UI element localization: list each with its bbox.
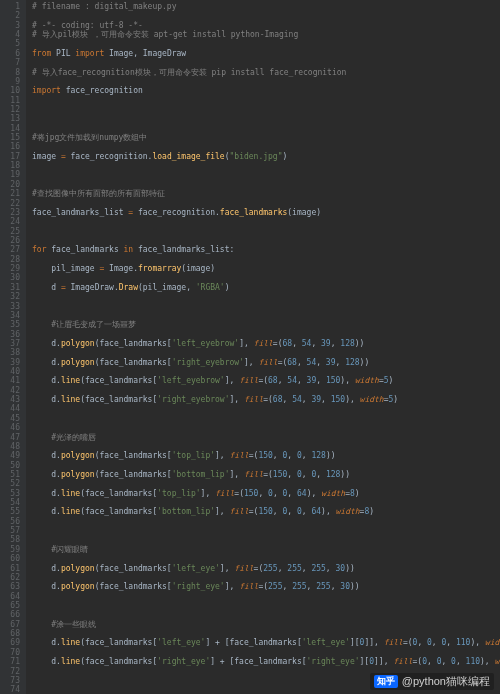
code-line[interactable] [32,180,500,189]
line-number: 24 [2,217,20,226]
code-line[interactable] [32,302,500,311]
code-line[interactable] [32,629,500,638]
code-token: (image) [181,264,215,273]
line-number: 2 [2,11,20,20]
code-line[interactable]: d.polygon(face_landmarks['right_eye'], f… [32,582,500,591]
code-line[interactable]: #涂一些眼线 [32,620,500,629]
code-token: , [292,339,302,348]
code-line[interactable]: d.polygon(face_landmarks['top_lip'], fil… [32,451,500,460]
code-line[interactable]: from PIL import Image, ImageDraw [32,49,500,58]
code-token: , [297,376,307,385]
code-line[interactable] [32,114,500,123]
code-line[interactable] [32,414,500,423]
code-line[interactable]: #让眉毛变成了一场噩梦 [32,320,500,329]
code-token: 110 [466,657,480,666]
code-line[interactable] [32,535,500,544]
code-line[interactable] [32,573,500,582]
code-line[interactable] [32,517,500,526]
code-line[interactable]: d = ImageDraw.Draw(pil_image, 'RGBA') [32,283,500,292]
code-line[interactable] [32,96,500,105]
code-line[interactable]: d.line(face_landmarks['bottom_lip'], fil… [32,507,500,516]
code-line[interactable] [32,161,500,170]
code-line[interactable] [32,311,500,320]
code-line[interactable]: #查找图像中所有面部的所有面部特征 [32,189,500,198]
code-line[interactable] [32,124,500,133]
code-line[interactable] [32,227,500,236]
code-token: line [61,657,80,666]
code-line[interactable]: import face_recognition [32,86,500,95]
code-line[interactable]: d.line(face_landmarks['left_eyebrow'], f… [32,376,500,385]
code-line[interactable] [32,592,500,601]
code-line[interactable] [32,217,500,226]
code-token: )) [350,582,360,591]
code-area[interactable]: # filename : digital_makeup.py # -*- cod… [26,0,500,694]
code-token: line [61,395,80,404]
code-token: in [124,245,138,254]
code-line[interactable] [32,554,500,563]
line-number: 25 [2,227,20,236]
code-line[interactable] [32,648,500,657]
code-line[interactable]: #将jpg文件加载到numpy数组中 [32,133,500,142]
code-line[interactable]: # 导入pil模块 ，可用命令安装 apt-get install python… [32,30,500,39]
code-line[interactable] [32,39,500,48]
code-line[interactable]: # filename : digital_makeup.py [32,2,500,11]
code-line[interactable]: d.polygon(face_landmarks['left_eyebrow']… [32,339,500,348]
code-line[interactable] [32,170,500,179]
code-line[interactable] [32,292,500,301]
code-line[interactable]: d.line(face_landmarks['right_eyebrow'], … [32,395,500,404]
code-line[interactable] [32,77,500,86]
code-line[interactable] [32,255,500,264]
code-line[interactable]: for face_landmarks in face_landmarks_lis… [32,245,500,254]
code-line[interactable]: d.line(face_landmarks['right_eye'] + [fa… [32,657,500,666]
code-line[interactable] [32,498,500,507]
code-line[interactable]: d.polygon(face_landmarks['left_eye'], fi… [32,564,500,573]
code-line[interactable]: d.line(face_landmarks['left_eye'] + [fac… [32,638,500,647]
code-line[interactable]: # -*- coding: utf-8 -*- [32,21,500,30]
code-token: 255 [292,582,306,591]
code-line[interactable]: d.line(face_landmarks['top_lip'], fill=(… [32,489,500,498]
code-line[interactable] [32,461,500,470]
code-token: 54 [302,339,312,348]
code-line[interactable] [32,610,500,619]
code-line[interactable]: #光泽的嘴唇 [32,433,500,442]
code-line[interactable]: d.polygon(face_landmarks['right_eyebrow'… [32,358,500,367]
code-line[interactable] [32,404,500,413]
code-line[interactable]: pil_image = Image.fromarray(image) [32,264,500,273]
code-line[interactable] [32,199,500,208]
code-line[interactable] [32,105,500,114]
code-line[interactable] [32,423,500,432]
code-line[interactable] [32,386,500,395]
code-line[interactable]: face_landmarks_list = face_recognition.f… [32,208,500,217]
code-line[interactable] [32,273,500,282]
code-token: , [316,470,326,479]
line-number: 52 [2,479,20,488]
line-number: 27 [2,245,20,254]
code-line[interactable] [32,601,500,610]
line-number: 11 [2,96,20,105]
code-token: , [302,395,312,404]
code-line[interactable] [32,236,500,245]
code-line[interactable]: image = face_recognition.load_image_file… [32,152,500,161]
code-line[interactable] [32,11,500,20]
code-line[interactable] [32,367,500,376]
code-line[interactable]: #闪耀眼睛 [32,545,500,554]
code-line[interactable]: # 导入face_recognition模块，可用命令安装 pip instal… [32,68,500,77]
code-line[interactable] [32,330,500,339]
code-line[interactable] [32,442,500,451]
code-line[interactable] [32,142,500,151]
code-token: = [61,283,71,292]
line-number: 34 [2,311,20,320]
code-line[interactable] [32,348,500,357]
code-line[interactable]: d.polygon(face_landmarks['bottom_lip'], … [32,470,500,479]
code-token: =( [263,395,273,404]
code-token: face_landmarks_list [32,208,128,217]
code-token: d. [32,395,61,404]
code-token: 150 [326,376,340,385]
code-line[interactable] [32,58,500,67]
code-line[interactable] [32,479,500,488]
code-line[interactable] [32,526,500,535]
code-editor[interactable]: 1234567891011121314151617181920212223242… [0,0,500,694]
code-token: 'RGBA' [196,283,225,292]
code-token: ], [215,507,229,516]
code-token: 'left_eye' [172,564,220,573]
